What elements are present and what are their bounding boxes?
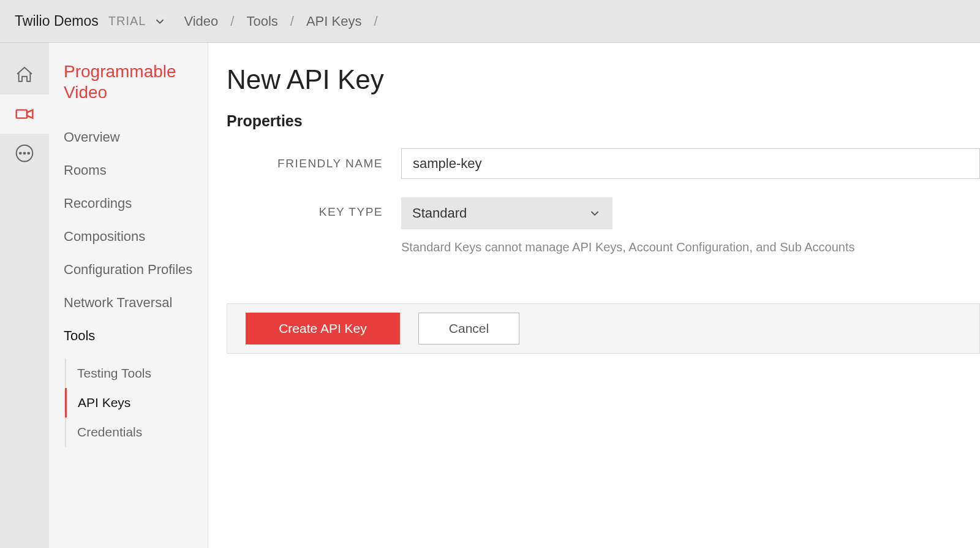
friendly-name-row: FRIENDLY NAME [227,148,980,179]
svg-marker-1 [27,110,32,118]
action-bar: Create API Key Cancel [227,303,980,354]
trial-badge: TRIAL [108,14,146,28]
key-type-row: KEY TYPE Standard Standard Keys cannot m… [227,197,980,254]
key-type-helper: Standard Keys cannot manage API Keys, Ac… [401,240,980,254]
sub-item-credentials[interactable]: Credentials [65,417,192,447]
rail-video[interactable] [0,94,49,134]
rail-home[interactable] [0,55,49,94]
top-header: Twilio Demos TRIAL Video / Tools / API K… [0,0,980,43]
key-type-select[interactable]: Standard [401,197,612,229]
sub-items: Testing Tools API Keys Credentials [65,359,193,447]
key-type-value: Standard [412,205,467,221]
sidebar-item-compositions[interactable]: Compositions [64,220,193,253]
page-title: New API Key [227,64,980,95]
sub-item-api-keys[interactable]: API Keys [65,388,192,417]
left-rail [0,43,49,548]
sidebar-item-rooms[interactable]: Rooms [64,154,193,187]
sidebar-item-overview[interactable]: Overview [64,121,193,154]
svg-point-3 [20,153,21,154]
breadcrumb-video[interactable]: Video [184,13,218,29]
breadcrumb: Video / Tools / API Keys / [178,13,383,29]
chevron-down-icon [588,207,601,220]
sidebar-item-tools[interactable]: Tools [64,319,193,352]
breadcrumb-sep: / [374,13,377,29]
video-icon [15,104,34,124]
svg-rect-0 [17,110,27,118]
sidebar-title: Programmable Video [64,61,193,102]
breadcrumb-sep: / [230,13,234,29]
friendly-name-input[interactable] [401,148,980,179]
home-icon [15,65,34,85]
breadcrumb-sep: / [290,13,294,29]
svg-point-4 [24,153,26,154]
more-icon [15,143,34,163]
main-content: New API Key Properties FRIENDLY NAME KEY… [208,43,980,548]
breadcrumb-api-keys[interactable]: API Keys [306,13,361,29]
account-dropdown-icon[interactable] [153,15,167,28]
sidebar-item-recordings[interactable]: Recordings [64,187,193,220]
rail-more[interactable] [0,134,49,173]
cancel-button[interactable]: Cancel [418,313,519,344]
sidebar-item-network-traversal[interactable]: Network Traversal [64,286,193,319]
account-name[interactable]: Twilio Demos [15,13,99,29]
section-title: Properties [227,112,980,130]
breadcrumb-tools[interactable]: Tools [246,13,277,29]
sidebar-item-config-profiles[interactable]: Configuration Profiles [64,253,193,286]
friendly-name-label: FRIENDLY NAME [227,157,401,170]
key-type-label: KEY TYPE [227,197,401,219]
sub-item-testing-tools[interactable]: Testing Tools [65,359,192,388]
sidebar: Programmable Video Overview Rooms Record… [49,43,208,548]
svg-point-5 [28,153,29,154]
create-api-key-button[interactable]: Create API Key [246,313,400,344]
